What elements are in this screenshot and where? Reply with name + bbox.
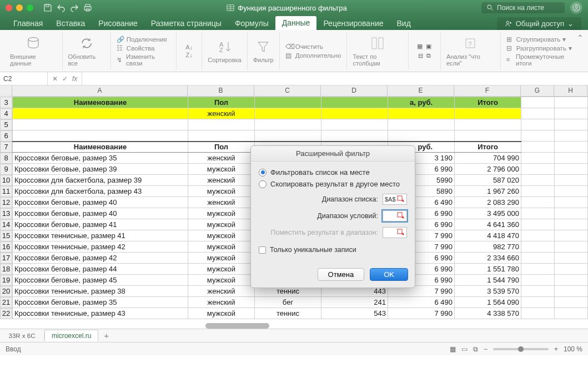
ribbon-subtotal-btn[interactable]: ≡Промежуточные итоги	[506, 53, 578, 67]
redo-icon[interactable]	[70, 3, 79, 12]
tab-formulas[interactable]: Формулы	[228, 17, 275, 30]
close-window[interactable]	[6, 4, 12, 11]
table-row[interactable]: 21Кроссовки беговые, размер 35женскийбег…	[0, 297, 588, 308]
tab-insert[interactable]: Вставка	[49, 17, 92, 30]
sort-icon: AZ	[217, 39, 233, 54]
advanced-icon: ▤	[285, 52, 293, 59]
tab-layout[interactable]: Разметка страницы	[144, 17, 228, 30]
spreadsheet-grid[interactable]: A B C D E F G H 3НаименованиеПола, руб.И…	[0, 85, 588, 329]
col-header-f[interactable]: F	[454, 85, 521, 96]
view-page-layout-icon[interactable]: ▭	[461, 345, 468, 353]
ribbon-outline-group: ⊞Сгруппировать ▾ ⊟Разгруппировать ▾ ≡Про…	[501, 32, 584, 70]
share-button[interactable]: Общий доступ ⌄	[497, 17, 581, 30]
col-header-e[interactable]: E	[388, 85, 454, 96]
ribbon-group-btn[interactable]: ⊞Сгруппировать ▾	[506, 35, 566, 44]
radio-icon	[259, 180, 267, 188]
database-icon	[26, 36, 41, 51]
sheet-tab-active[interactable]: microexcel.ru	[44, 330, 98, 341]
ribbon-external-data[interactable]: Внешние данные	[4, 32, 63, 70]
ribbon-refresh[interactable]: Обновить все	[63, 32, 111, 70]
subtotal-icon: ≡	[506, 56, 514, 64]
tab-home[interactable]: Главная	[7, 17, 49, 30]
svg-rect-16	[398, 196, 402, 200]
svg-point-5	[488, 5, 491, 9]
ribbon-sort[interactable]: AZ Сортировка	[202, 32, 247, 70]
zoom-out-button[interactable]: −	[484, 345, 488, 353]
svg-rect-1	[86, 4, 90, 7]
collapse-ribbon[interactable]: ⌃	[577, 33, 584, 42]
add-sheet-button[interactable]: +	[98, 331, 114, 340]
svg-text:?: ?	[468, 41, 472, 48]
range-selector-icon[interactable]	[397, 195, 405, 203]
ribbon-properties[interactable]: ☷Свойства	[117, 44, 155, 53]
person-plus-icon	[505, 20, 512, 28]
ribbon-whatif[interactable]: ? Анализ "что если"	[441, 32, 501, 70]
col-header-c[interactable]: C	[254, 85, 321, 96]
range-selector-icon[interactable]	[397, 212, 405, 220]
search-input[interactable]: Поиск на листе	[481, 2, 565, 13]
cancel-button[interactable]: Отмена	[318, 268, 365, 281]
col-header-b[interactable]: B	[188, 85, 254, 96]
table-row[interactable]: 22Кроссовки теннисные, размер 43мужскойт…	[0, 308, 588, 319]
tab-draw[interactable]: Рисование	[92, 17, 144, 30]
refresh-icon	[79, 36, 94, 51]
svg-point-8	[506, 21, 509, 23]
blank-row: 5	[0, 119, 588, 130]
selection-info: 33R x 6C	[0, 332, 44, 339]
zoom-in-button[interactable]: +	[554, 345, 558, 353]
view-page-break-icon[interactable]: ⧉	[473, 345, 478, 353]
radio-icon	[259, 169, 267, 177]
confirm-edit-icon[interactable]: ✓	[62, 75, 68, 83]
cancel-edit-icon[interactable]: ✕	[52, 75, 58, 83]
ok-button[interactable]: OK	[370, 268, 408, 281]
ribbon-connections[interactable]: 🔗Подключения	[117, 35, 167, 44]
criteria-value-row: 4женский	[0, 108, 588, 119]
name-box[interactable]: C2	[0, 72, 48, 85]
ribbon-filter[interactable]: Фильтр	[248, 32, 280, 70]
user-menu[interactable]	[570, 2, 582, 14]
excel-icon	[227, 4, 234, 12]
ribbon-ungroup-btn[interactable]: ⊟Разгруппировать ▾	[506, 44, 572, 53]
zoom-window[interactable]	[27, 4, 33, 11]
clear-icon: ⌫	[285, 43, 293, 51]
zoom-percent[interactable]: 100 %	[564, 345, 582, 353]
checkbox-unique-only[interactable]: Только уникальные записи	[259, 246, 407, 254]
ribbon-clear[interactable]: ⌫Очистить	[285, 42, 323, 51]
undo-icon[interactable]	[57, 3, 66, 12]
col-header-g[interactable]: G	[521, 85, 554, 96]
input-criteria-range[interactable]	[383, 210, 407, 221]
print-icon[interactable]	[83, 3, 92, 12]
blank-row: 6	[0, 130, 588, 142]
ungroup-icon: ⊟	[506, 44, 514, 52]
ribbon-text-to-columns[interactable]: Текст по столбцам	[347, 32, 409, 70]
col-header-h[interactable]: H	[554, 85, 587, 96]
svg-rect-12	[372, 38, 376, 49]
ribbon-editlinks[interactable]: ↯Изменить связи	[117, 53, 170, 67]
view-normal-icon[interactable]: ▦	[450, 345, 456, 353]
search-icon	[487, 4, 494, 11]
group-icon: ⊞	[506, 36, 514, 43]
tab-view[interactable]: Вид	[390, 17, 418, 30]
ribbon-connections-group: 🔗Подключения ☷Свойства ↯Изменить связи	[111, 32, 177, 70]
save-icon[interactable]	[43, 3, 52, 12]
col-header-a[interactable]: A	[12, 85, 188, 96]
fx-icon[interactable]: fx	[72, 75, 77, 83]
ribbon-data-tools[interactable]: ▦▣ ⊟⧉	[409, 32, 441, 70]
radio-filter-in-place[interactable]: Фильтровать список на месте	[259, 168, 407, 177]
tab-review[interactable]: Рецензирование	[316, 17, 390, 30]
svg-point-7	[575, 6, 577, 8]
window-controls	[6, 4, 33, 11]
minimize-window[interactable]	[16, 4, 23, 11]
formula-bar: C2 ✕ ✓ fx	[0, 72, 588, 85]
ribbon-advanced[interactable]: ▤Дополнительно	[285, 51, 341, 60]
tab-data[interactable]: Данные	[275, 16, 317, 30]
input-list-range[interactable]: $A$	[383, 194, 407, 205]
horizontal-scrollbar[interactable]	[205, 323, 269, 329]
zoom-slider[interactable]	[493, 348, 549, 350]
ribbon-sort-az[interactable]: A↓Z↓	[177, 32, 203, 70]
select-all-corner[interactable]	[0, 85, 12, 96]
col-header-d[interactable]: D	[321, 85, 388, 96]
advanced-filter-dialog: Расширенный фильтр Фильтровать список на…	[250, 145, 415, 288]
criteria-header-row: 3НаименованиеПола, руб.Итого	[0, 97, 588, 108]
radio-copy-to[interactable]: Скопировать результат в другое место	[259, 180, 407, 188]
